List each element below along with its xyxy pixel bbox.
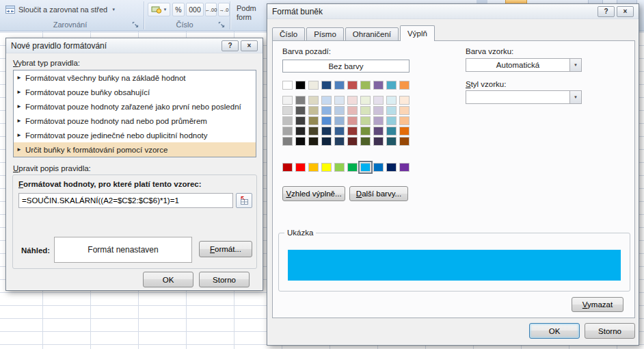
help-button[interactable]: ? xyxy=(222,40,239,51)
chevron-down-icon[interactable]: ▼ xyxy=(569,91,581,103)
color-swatch[interactable] xyxy=(386,137,397,146)
accounting-format-button[interactable]: ▼ xyxy=(148,3,170,16)
color-swatch[interactable] xyxy=(295,116,306,125)
rule-type-option[interactable]: ►Formátovat pouze buňky obsahující xyxy=(14,85,256,99)
color-swatch[interactable] xyxy=(373,163,384,172)
color-swatch[interactable] xyxy=(373,81,384,90)
decrease-decimal-button[interactable]: →.0 xyxy=(218,3,230,16)
tab-výplň[interactable]: Výplň xyxy=(400,25,435,41)
fill-effects-button[interactable]: Vzhled výplně... xyxy=(282,186,345,201)
color-swatch[interactable] xyxy=(360,127,371,135)
format-cells-titlebar[interactable]: Formát buněk ? × xyxy=(267,4,639,19)
pattern-style-combobox[interactable]: ▼ xyxy=(466,90,582,104)
percent-style-button[interactable]: % xyxy=(172,3,185,16)
color-swatch[interactable] xyxy=(295,137,306,146)
new-rule-titlebar[interactable]: Nové pravidlo formátování ? × xyxy=(6,38,263,53)
color-swatch[interactable] xyxy=(360,81,371,90)
color-swatch[interactable] xyxy=(282,81,293,90)
color-swatch[interactable] xyxy=(308,127,319,135)
color-swatch[interactable] xyxy=(321,96,332,105)
ok-button[interactable]: OK xyxy=(529,323,580,339)
color-swatch[interactable] xyxy=(360,106,371,115)
close-button[interactable]: × xyxy=(617,6,634,17)
color-swatch[interactable] xyxy=(295,106,306,115)
cancel-button[interactable]: Storno xyxy=(199,272,250,287)
chevron-down-icon[interactable]: ▼ xyxy=(569,59,581,71)
color-swatch[interactable] xyxy=(282,106,293,115)
color-swatch[interactable] xyxy=(308,81,319,90)
color-swatch[interactable] xyxy=(399,127,410,135)
formula-input[interactable] xyxy=(18,193,233,208)
color-swatch[interactable] xyxy=(386,116,397,125)
rule-type-option[interactable]: ►Určit buňky k formátování pomocí vzorce xyxy=(14,142,256,157)
collapse-dialog-button[interactable] xyxy=(236,193,252,208)
color-swatch[interactable] xyxy=(282,137,293,146)
color-swatch[interactable] xyxy=(334,106,345,115)
alignment-dialog-launcher-icon[interactable] xyxy=(131,21,139,29)
increase-decimal-button[interactable]: ←.00 xyxy=(205,3,217,16)
color-swatch[interactable] xyxy=(321,137,332,146)
color-swatch[interactable] xyxy=(347,96,358,105)
color-swatch[interactable] xyxy=(334,137,345,146)
color-swatch[interactable] xyxy=(321,116,332,125)
color-swatch[interactable] xyxy=(308,116,319,125)
color-swatch[interactable] xyxy=(386,96,397,105)
color-swatch[interactable] xyxy=(334,116,345,125)
color-swatch[interactable] xyxy=(399,106,410,115)
color-swatch[interactable] xyxy=(334,127,345,135)
color-swatch[interactable] xyxy=(282,127,293,135)
color-swatch[interactable] xyxy=(347,163,358,172)
ok-button[interactable]: OK xyxy=(143,272,193,287)
color-swatch[interactable] xyxy=(373,137,384,146)
color-swatch[interactable] xyxy=(347,81,358,90)
color-swatch[interactable] xyxy=(282,116,293,125)
color-swatch[interactable] xyxy=(295,163,306,172)
color-swatch[interactable] xyxy=(399,81,410,90)
color-swatch[interactable] xyxy=(347,106,358,115)
close-button[interactable]: × xyxy=(241,40,258,51)
tab-písmo[interactable]: Písmo xyxy=(306,27,344,41)
color-swatch[interactable] xyxy=(321,163,332,172)
help-button[interactable]: ? xyxy=(598,6,615,17)
color-swatch[interactable] xyxy=(321,106,332,115)
color-swatch[interactable] xyxy=(282,96,293,105)
rule-type-option[interactable]: ►Formátovat všechny buňky na základě hod… xyxy=(14,70,256,85)
color-swatch[interactable] xyxy=(399,137,410,146)
color-swatch[interactable] xyxy=(360,116,371,125)
color-swatch[interactable] xyxy=(295,81,306,90)
tab-číslo[interactable]: Číslo xyxy=(272,27,305,41)
color-swatch[interactable] xyxy=(321,81,332,90)
tab-ohraničení[interactable]: Ohraničení xyxy=(345,27,399,41)
color-swatch[interactable] xyxy=(295,127,306,135)
color-swatch[interactable] xyxy=(360,96,371,105)
color-swatch[interactable] xyxy=(321,127,332,135)
color-swatch[interactable] xyxy=(386,106,397,115)
color-swatch[interactable] xyxy=(386,163,397,172)
merge-center-button[interactable]: Sloučit a zarovnat na střed ▼ xyxy=(1,2,119,17)
color-swatch[interactable] xyxy=(373,106,384,115)
color-swatch[interactable] xyxy=(373,116,384,125)
color-swatch[interactable] xyxy=(295,96,306,105)
no-color-button[interactable]: Bez barvy xyxy=(282,60,410,73)
color-swatch[interactable] xyxy=(282,163,293,172)
color-swatch[interactable] xyxy=(334,163,345,172)
color-swatch[interactable] xyxy=(399,96,410,105)
color-swatch[interactable] xyxy=(399,163,410,172)
pattern-color-combobox[interactable]: Automatická ▼ xyxy=(466,58,582,72)
more-colors-button[interactable]: Další barvy... xyxy=(349,186,408,201)
rule-type-option[interactable]: ►Formátovat pouze hodnoty nad nebo pod p… xyxy=(14,114,256,128)
color-swatch[interactable] xyxy=(347,127,358,135)
number-dialog-launcher-icon[interactable] xyxy=(217,21,226,29)
color-swatch[interactable] xyxy=(360,163,371,172)
color-swatch[interactable] xyxy=(308,96,319,105)
color-swatch[interactable] xyxy=(373,96,384,105)
clear-button[interactable]: Vymazat xyxy=(572,297,623,312)
color-swatch[interactable] xyxy=(308,137,319,146)
format-button[interactable]: Formát... xyxy=(199,241,252,257)
color-swatch[interactable] xyxy=(347,116,358,125)
color-swatch[interactable] xyxy=(308,163,319,172)
color-swatch[interactable] xyxy=(386,127,397,135)
color-swatch[interactable] xyxy=(360,137,371,146)
cancel-button[interactable]: Storno xyxy=(585,323,635,339)
rule-type-option[interactable]: ►Formátovat pouze hodnoty zařazené jako … xyxy=(14,99,256,114)
